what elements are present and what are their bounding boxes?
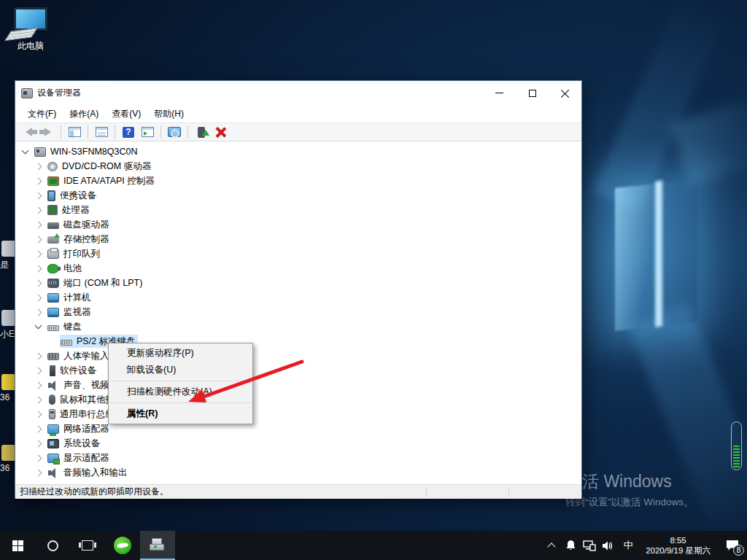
context-menu-item-1[interactable]: 卸载设备(U): [109, 362, 252, 378]
tree-item-6[interactable]: 存储控制器: [15, 232, 581, 246]
tree-item-content[interactable]: 软件设备: [47, 364, 98, 377]
tree-item-content[interactable]: 便携设备: [47, 189, 98, 202]
menu-file[interactable]: 文件(F): [21, 106, 63, 122]
tree-item-22[interactable]: 音频输入和输出: [15, 465, 581, 480]
tree-item-content[interactable]: DVD/CD-ROM 驱动器: [47, 160, 153, 173]
tree-item-12[interactable]: 键盘: [15, 319, 581, 334]
tree-item-21[interactable]: 显示适配器: [15, 451, 581, 465]
tree-item-13[interactable]: PS/2 标准键盘: [15, 334, 581, 349]
ime-indicator[interactable]: 中: [618, 539, 638, 552]
device-manager-taskbar-button[interactable]: [140, 531, 175, 560]
tree-item-17[interactable]: 鼠标和其他指针设备: [15, 392, 581, 407]
tree-item-11[interactable]: 监视器: [15, 305, 581, 319]
chevron-right-icon[interactable]: [35, 177, 42, 184]
chevron-right-icon[interactable]: [35, 163, 42, 170]
tree-item-content[interactable]: 计算机: [47, 291, 93, 304]
show-console-tree-icon[interactable]: [66, 124, 83, 140]
chevron-right-icon[interactable]: [35, 265, 42, 272]
tree-item-content[interactable]: 存储控制器: [47, 233, 112, 246]
tree-item-content[interactable]: 打印队列: [47, 247, 102, 260]
tree-item-9[interactable]: 端口 (COM 和 LPT): [15, 276, 581, 290]
action-center-button[interactable]: 8: [718, 531, 747, 560]
start-button[interactable]: [0, 531, 35, 560]
action-pane-icon[interactable]: [139, 124, 156, 140]
tree-item-content[interactable]: 系统设备: [47, 437, 102, 450]
tree-item-content[interactable]: 端口 (COM 和 LPT): [47, 276, 144, 289]
tree-item-16[interactable]: 声音、视频和游戏控制器: [15, 378, 581, 392]
tree-item-4[interactable]: 处理器: [15, 203, 581, 217]
tree-item-content[interactable]: 音频输入和输出: [47, 466, 130, 479]
chevron-right-icon[interactable]: [35, 396, 42, 403]
menu-help[interactable]: 帮助(H): [147, 106, 190, 122]
tree-item-content[interactable]: 电池: [47, 262, 84, 275]
chevron-right-icon[interactable]: [35, 469, 42, 476]
context-menu-item-0[interactable]: 更新驱动程序(P): [109, 345, 252, 362]
uninstall-device-icon[interactable]: [212, 124, 229, 140]
tree-item-2[interactable]: IDE ATA/ATAPI 控制器: [15, 174, 581, 188]
tree-item-19[interactable]: 网络适配器: [15, 421, 581, 436]
tray-expand-button[interactable]: [542, 531, 561, 560]
tree-item-content[interactable]: 键盘: [47, 320, 84, 333]
desktop-icon-this-pc[interactable]: 此电脑: [7, 7, 54, 52]
context-menu-item-3[interactable]: 扫描检测硬件改动(A): [109, 384, 252, 400]
edge-desktop-icon-0[interactable]: 是: [0, 241, 16, 271]
chevron-right-icon[interactable]: [35, 425, 42, 432]
tree-item-7[interactable]: 打印队列: [15, 246, 581, 261]
chevron-right-icon[interactable]: [35, 308, 42, 316]
chevron-down-icon[interactable]: [35, 322, 42, 330]
chevron-right-icon[interactable]: [35, 236, 42, 243]
update-driver-icon[interactable]: [193, 124, 210, 140]
task-view-button[interactable]: [70, 531, 105, 560]
volume-tray-button[interactable]: [599, 531, 618, 560]
tree-item-5[interactable]: 磁盘驱动器: [15, 217, 581, 232]
scan-hardware-changes-icon[interactable]: [166, 124, 183, 140]
notifications-bell-button[interactable]: [561, 531, 580, 560]
tree-item-15[interactable]: 软件设备: [15, 363, 581, 378]
menu-view[interactable]: 查看(V): [105, 106, 147, 122]
tree-item-content[interactable]: 监视器: [47, 306, 93, 319]
context-menu-item-5[interactable]: 属性(R): [109, 405, 252, 422]
tree-item-content[interactable]: 显示适配器: [47, 451, 112, 464]
chevron-right-icon[interactable]: [35, 367, 42, 374]
tree-item-content[interactable]: WIN-S3FNM8Q3C0N: [34, 145, 139, 158]
tree-item-18[interactable]: 通用串行总线控制器: [15, 407, 581, 421]
back-arrow-icon[interactable]: [20, 124, 37, 140]
help-icon[interactable]: ?: [120, 124, 137, 140]
forward-arrow-icon[interactable]: [39, 124, 56, 140]
chevron-right-icon[interactable]: [35, 411, 42, 418]
chevron-right-icon[interactable]: [35, 294, 42, 301]
edge-desktop-icon-3[interactable]: 36: [0, 445, 16, 473]
cortana-search-button[interactable]: [35, 531, 70, 560]
chevron-right-icon[interactable]: [35, 221, 42, 228]
chevron-right-icon[interactable]: [35, 440, 42, 447]
tree-item-8[interactable]: 电池: [15, 261, 581, 276]
maximize-button[interactable]: [516, 81, 549, 105]
tree-item-1[interactable]: DVD/CD-ROM 驱动器: [15, 159, 581, 174]
minimize-button[interactable]: [483, 81, 516, 105]
chevron-right-icon[interactable]: [35, 381, 42, 389]
tree-item-content[interactable]: 处理器: [47, 203, 92, 217]
chevron-right-icon[interactable]: [35, 279, 42, 287]
menu-action[interactable]: 操作(A): [63, 106, 105, 122]
titlebar[interactable]: 设备管理器: [15, 81, 581, 105]
tree-item-3[interactable]: 便携设备: [15, 188, 581, 203]
chevron-right-icon[interactable]: [35, 206, 42, 214]
edge-desktop-icon-1[interactable]: 小E: [0, 310, 16, 341]
chevron-right-icon[interactable]: [35, 454, 42, 462]
tree-item-10[interactable]: 计算机: [15, 290, 581, 305]
tree-item-0[interactable]: WIN-S3FNM8Q3C0N: [15, 144, 581, 159]
chevron-right-icon[interactable]: [35, 250, 42, 257]
properties-icon[interactable]: [93, 124, 110, 140]
chevron-down-icon[interactable]: [22, 147, 29, 155]
tree-item-20[interactable]: 系统设备: [15, 436, 581, 451]
edge-desktop-icon-2[interactable]: 36: [0, 374, 16, 402]
close-button[interactable]: [549, 81, 581, 105]
chevron-right-icon[interactable]: [35, 352, 42, 359]
chevron-right-icon[interactable]: [35, 192, 42, 199]
tree-item-14[interactable]: 人体学输入设备: [15, 349, 581, 363]
taskbar-clock[interactable]: 8:55 2020/9/19 星期六: [638, 535, 718, 556]
network-tray-button[interactable]: [580, 531, 599, 560]
browser-taskbar-button[interactable]: [105, 531, 140, 560]
tree-item-content[interactable]: 网络适配器: [47, 422, 112, 435]
tree-item-content[interactable]: IDE ATA/ATAPI 控制器: [47, 174, 157, 187]
